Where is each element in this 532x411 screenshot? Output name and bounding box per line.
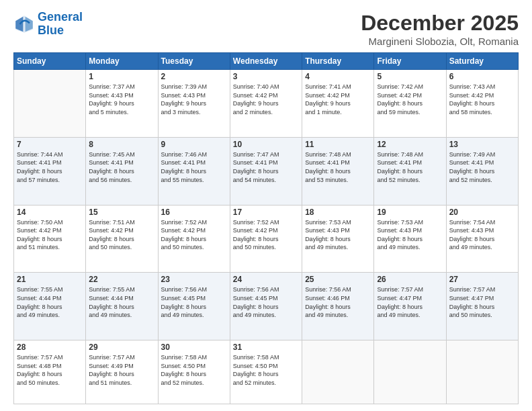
day-number: 10 — [233, 140, 299, 149]
cell-info: Sunrise: 7:37 AM Sunset: 4:43 PM Dayligh… — [89, 83, 154, 116]
table-cell: 12Sunrise: 7:48 AM Sunset: 4:41 PM Dayli… — [374, 137, 446, 205]
table-cell: 8Sunrise: 7:45 AM Sunset: 4:41 PM Daylig… — [86, 137, 158, 205]
cell-info: Sunrise: 7:39 AM Sunset: 4:43 PM Dayligh… — [161, 83, 227, 116]
day-number: 2 — [161, 72, 227, 81]
table-cell: 6Sunrise: 7:43 AM Sunset: 4:42 PM Daylig… — [446, 70, 518, 138]
table-cell: 9Sunrise: 7:46 AM Sunset: 4:41 PM Daylig… — [158, 137, 230, 205]
table-cell — [446, 340, 518, 404]
day-number: 4 — [305, 72, 371, 81]
day-number: 6 — [449, 72, 515, 81]
day-number: 7 — [17, 140, 83, 149]
cell-info: Sunrise: 7:53 AM Sunset: 4:43 PM Dayligh… — [377, 218, 443, 252]
col-monday: Monday — [86, 53, 158, 70]
table-cell: 19Sunrise: 7:53 AM Sunset: 4:43 PM Dayli… — [374, 205, 446, 273]
table-cell: 7Sunrise: 7:44 AM Sunset: 4:41 PM Daylig… — [14, 137, 86, 205]
day-number: 26 — [377, 275, 443, 284]
cell-info: Sunrise: 7:40 AM Sunset: 4:42 PM Dayligh… — [233, 83, 299, 116]
table-cell: 1Sunrise: 7:37 AM Sunset: 4:43 PM Daylig… — [86, 70, 158, 138]
location: Margineni Slobozia, Olt, Romania — [361, 36, 519, 47]
table-cell: 21Sunrise: 7:55 AM Sunset: 4:44 PM Dayli… — [14, 273, 86, 340]
cell-info: Sunrise: 7:48 AM Sunset: 4:41 PM Dayligh… — [377, 150, 443, 184]
day-number: 12 — [377, 140, 443, 149]
col-saturday: Saturday — [446, 53, 518, 70]
table-cell: 31Sunrise: 7:58 AM Sunset: 4:50 PM Dayli… — [230, 340, 302, 404]
logo-line2: Blue — [38, 24, 64, 37]
title-block: December 2025 Margineni Slobozia, Olt, R… — [361, 11, 519, 47]
cell-info: Sunrise: 7:54 AM Sunset: 4:43 PM Dayligh… — [449, 218, 515, 252]
day-number: 13 — [449, 140, 515, 149]
cell-info: Sunrise: 7:57 AM Sunset: 4:48 PM Dayligh… — [17, 353, 83, 387]
day-number: 22 — [89, 275, 154, 284]
logo-icon — [13, 13, 35, 35]
table-cell: 22Sunrise: 7:55 AM Sunset: 4:44 PM Dayli… — [86, 273, 158, 340]
table-cell — [302, 340, 374, 404]
day-number: 24 — [233, 275, 299, 284]
cell-info: Sunrise: 7:46 AM Sunset: 4:41 PM Dayligh… — [161, 150, 227, 184]
calendar-week-1: 1Sunrise: 7:37 AM Sunset: 4:43 PM Daylig… — [14, 70, 519, 138]
cell-info: Sunrise: 7:41 AM Sunset: 4:42 PM Dayligh… — [305, 83, 371, 116]
cell-info: Sunrise: 7:58 AM Sunset: 4:50 PM Dayligh… — [161, 353, 227, 387]
header: General Blue December 2025 Margineni Slo… — [13, 11, 519, 47]
day-number: 16 — [161, 208, 227, 217]
table-cell: 5Sunrise: 7:42 AM Sunset: 4:42 PM Daylig… — [374, 70, 446, 138]
table-cell: 29Sunrise: 7:57 AM Sunset: 4:49 PM Dayli… — [86, 340, 158, 404]
table-cell: 14Sunrise: 7:50 AM Sunset: 4:42 PM Dayli… — [14, 205, 86, 273]
day-number: 15 — [89, 208, 154, 217]
day-number: 3 — [233, 72, 299, 81]
cell-info: Sunrise: 7:57 AM Sunset: 4:47 PM Dayligh… — [449, 285, 515, 319]
day-number: 30 — [161, 342, 227, 352]
table-cell: 4Sunrise: 7:41 AM Sunset: 4:42 PM Daylig… — [302, 70, 374, 138]
cell-info: Sunrise: 7:52 AM Sunset: 4:42 PM Dayligh… — [233, 218, 299, 252]
page: General Blue December 2025 Margineni Slo… — [0, 0, 532, 411]
table-cell — [14, 70, 86, 138]
day-number: 1 — [89, 72, 154, 81]
cell-info: Sunrise: 7:51 AM Sunset: 4:42 PM Dayligh… — [89, 218, 154, 252]
table-cell: 3Sunrise: 7:40 AM Sunset: 4:42 PM Daylig… — [230, 70, 302, 138]
calendar-week-3: 14Sunrise: 7:50 AM Sunset: 4:42 PM Dayli… — [14, 205, 519, 273]
calendar-week-2: 7Sunrise: 7:44 AM Sunset: 4:41 PM Daylig… — [14, 137, 519, 205]
day-number: 18 — [305, 208, 371, 217]
cell-info: Sunrise: 7:56 AM Sunset: 4:46 PM Dayligh… — [305, 285, 371, 319]
logo-text: General Blue — [38, 11, 83, 38]
table-cell: 28Sunrise: 7:57 AM Sunset: 4:48 PM Dayli… — [14, 340, 86, 404]
cell-info: Sunrise: 7:55 AM Sunset: 4:44 PM Dayligh… — [17, 285, 83, 319]
table-cell: 16Sunrise: 7:52 AM Sunset: 4:42 PM Dayli… — [158, 205, 230, 273]
calendar-table: Sunday Monday Tuesday Wednesday Thursday… — [13, 52, 519, 404]
table-cell: 24Sunrise: 7:56 AM Sunset: 4:45 PM Dayli… — [230, 273, 302, 340]
day-number: 28 — [17, 342, 83, 352]
day-number: 14 — [17, 208, 83, 217]
day-number: 23 — [161, 275, 227, 284]
day-number: 11 — [305, 140, 371, 149]
cell-info: Sunrise: 7:58 AM Sunset: 4:50 PM Dayligh… — [233, 353, 299, 387]
col-thursday: Thursday — [302, 53, 374, 70]
day-number: 9 — [161, 140, 227, 149]
table-cell: 18Sunrise: 7:53 AM Sunset: 4:43 PM Dayli… — [302, 205, 374, 273]
cell-info: Sunrise: 7:56 AM Sunset: 4:45 PM Dayligh… — [233, 285, 299, 319]
cell-info: Sunrise: 7:44 AM Sunset: 4:41 PM Dayligh… — [17, 150, 83, 184]
cell-info: Sunrise: 7:43 AM Sunset: 4:42 PM Dayligh… — [449, 83, 515, 116]
cell-info: Sunrise: 7:48 AM Sunset: 4:41 PM Dayligh… — [305, 150, 371, 184]
table-cell — [374, 340, 446, 404]
calendar-week-5: 28Sunrise: 7:57 AM Sunset: 4:48 PM Dayli… — [14, 340, 519, 404]
day-number: 19 — [377, 208, 443, 217]
col-wednesday: Wednesday — [230, 53, 302, 70]
table-cell: 27Sunrise: 7:57 AM Sunset: 4:47 PM Dayli… — [446, 273, 518, 340]
logo-line1: General — [38, 10, 83, 24]
col-sunday: Sunday — [14, 53, 86, 70]
day-number: 31 — [233, 342, 299, 352]
day-number: 5 — [377, 72, 443, 81]
cell-info: Sunrise: 7:53 AM Sunset: 4:43 PM Dayligh… — [305, 218, 371, 252]
table-cell: 26Sunrise: 7:57 AM Sunset: 4:47 PM Dayli… — [374, 273, 446, 340]
day-number: 8 — [89, 140, 154, 149]
cell-info: Sunrise: 7:57 AM Sunset: 4:49 PM Dayligh… — [89, 353, 154, 387]
cell-info: Sunrise: 7:45 AM Sunset: 4:41 PM Dayligh… — [89, 150, 154, 184]
calendar-week-4: 21Sunrise: 7:55 AM Sunset: 4:44 PM Dayli… — [14, 273, 519, 340]
cell-info: Sunrise: 7:52 AM Sunset: 4:42 PM Dayligh… — [161, 218, 227, 252]
table-cell: 15Sunrise: 7:51 AM Sunset: 4:42 PM Dayli… — [86, 205, 158, 273]
day-number: 27 — [449, 275, 515, 284]
table-cell: 2Sunrise: 7:39 AM Sunset: 4:43 PM Daylig… — [158, 70, 230, 138]
cell-info: Sunrise: 7:56 AM Sunset: 4:45 PM Dayligh… — [161, 285, 227, 319]
day-number: 20 — [449, 208, 515, 217]
cell-info: Sunrise: 7:47 AM Sunset: 4:41 PM Dayligh… — [233, 150, 299, 184]
table-cell: 25Sunrise: 7:56 AM Sunset: 4:46 PM Dayli… — [302, 273, 374, 340]
